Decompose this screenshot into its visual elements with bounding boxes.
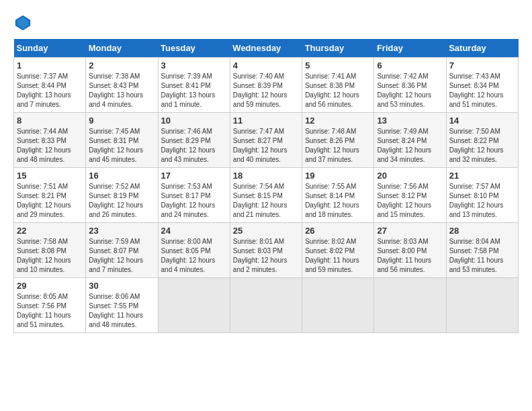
day-number: 6 xyxy=(377,60,443,71)
day-number: 20 xyxy=(377,171,443,181)
day-info: Sunrise: 7:46 AM Sunset: 8:29 PM Dayligh… xyxy=(161,127,227,165)
day-number: 2 xyxy=(89,60,154,71)
calendar-header-row: SundayMondayTuesdayWednesdayThursdayFrid… xyxy=(14,39,519,58)
calendar-cell: 25Sunrise: 8:01 AM Sunset: 8:03 PM Dayli… xyxy=(230,223,302,278)
day-info: Sunrise: 7:50 AM Sunset: 8:22 PM Dayligh… xyxy=(449,127,515,165)
calendar-cell xyxy=(446,278,518,333)
logo-icon xyxy=(13,13,32,32)
column-header-monday: Monday xyxy=(86,39,158,58)
day-number: 7 xyxy=(449,60,515,71)
calendar-cell: 12Sunrise: 7:48 AM Sunset: 8:26 PM Dayli… xyxy=(302,113,374,168)
calendar-week-5: 29Sunrise: 8:05 AM Sunset: 7:56 PM Dayli… xyxy=(14,278,519,333)
day-number: 5 xyxy=(305,60,371,71)
calendar-cell: 30Sunrise: 8:06 AM Sunset: 7:55 PM Dayli… xyxy=(86,278,158,333)
calendar-cell: 15Sunrise: 7:51 AM Sunset: 8:21 PM Dayli… xyxy=(14,168,86,223)
calendar-cell: 16Sunrise: 7:52 AM Sunset: 8:19 PM Dayli… xyxy=(86,168,158,223)
day-info: Sunrise: 7:59 AM Sunset: 8:07 PM Dayligh… xyxy=(89,237,154,275)
calendar-week-4: 22Sunrise: 7:58 AM Sunset: 8:08 PM Dayli… xyxy=(14,223,519,278)
calendar-week-1: 1Sunrise: 7:37 AM Sunset: 8:44 PM Daylig… xyxy=(14,58,519,113)
calendar-cell: 27Sunrise: 8:03 AM Sunset: 8:00 PM Dayli… xyxy=(374,223,446,278)
day-number: 19 xyxy=(305,171,371,181)
day-number: 15 xyxy=(17,171,83,181)
column-header-tuesday: Tuesday xyxy=(158,39,230,58)
calendar-cell: 3Sunrise: 7:39 AM Sunset: 8:41 PM Daylig… xyxy=(158,58,230,113)
day-info: Sunrise: 7:57 AM Sunset: 8:10 PM Dayligh… xyxy=(449,182,515,220)
day-number: 4 xyxy=(233,60,299,71)
calendar-cell: 23Sunrise: 7:59 AM Sunset: 8:07 PM Dayli… xyxy=(86,223,158,278)
day-number: 27 xyxy=(377,226,443,236)
day-info: Sunrise: 7:42 AM Sunset: 8:36 PM Dayligh… xyxy=(377,72,443,109)
page-header xyxy=(13,13,519,32)
day-info: Sunrise: 8:02 AM Sunset: 8:02 PM Dayligh… xyxy=(305,237,371,275)
day-info: Sunrise: 7:39 AM Sunset: 8:41 PM Dayligh… xyxy=(161,72,227,109)
day-number: 17 xyxy=(161,171,227,181)
day-info: Sunrise: 7:52 AM Sunset: 8:19 PM Dayligh… xyxy=(89,182,154,220)
calendar-cell: 6Sunrise: 7:42 AM Sunset: 8:36 PM Daylig… xyxy=(374,58,446,113)
day-number: 8 xyxy=(17,116,83,126)
calendar-week-2: 8Sunrise: 7:44 AM Sunset: 8:33 PM Daylig… xyxy=(14,113,519,168)
day-number: 12 xyxy=(305,116,371,126)
calendar-cell: 4Sunrise: 7:40 AM Sunset: 8:39 PM Daylig… xyxy=(230,58,302,113)
day-info: Sunrise: 7:58 AM Sunset: 8:08 PM Dayligh… xyxy=(17,237,83,275)
calendar-cell: 21Sunrise: 7:57 AM Sunset: 8:10 PM Dayli… xyxy=(446,168,518,223)
calendar-cell: 11Sunrise: 7:47 AM Sunset: 8:27 PM Dayli… xyxy=(230,113,302,168)
day-info: Sunrise: 7:49 AM Sunset: 8:24 PM Dayligh… xyxy=(377,127,443,165)
day-info: Sunrise: 8:04 AM Sunset: 7:58 PM Dayligh… xyxy=(449,237,515,275)
column-header-wednesday: Wednesday xyxy=(230,39,302,58)
day-info: Sunrise: 7:55 AM Sunset: 8:14 PM Dayligh… xyxy=(305,182,371,220)
day-number: 26 xyxy=(305,226,371,236)
day-number: 16 xyxy=(89,171,154,181)
day-number: 11 xyxy=(233,116,299,126)
day-info: Sunrise: 7:48 AM Sunset: 8:26 PM Dayligh… xyxy=(305,127,371,165)
day-info: Sunrise: 7:56 AM Sunset: 8:12 PM Dayligh… xyxy=(377,182,443,220)
day-info: Sunrise: 7:51 AM Sunset: 8:21 PM Dayligh… xyxy=(17,182,83,220)
day-number: 28 xyxy=(449,226,515,236)
column-header-friday: Friday xyxy=(374,39,446,58)
calendar-table: SundayMondayTuesdayWednesdayThursdayFrid… xyxy=(13,39,519,333)
day-number: 14 xyxy=(449,116,515,126)
calendar-cell xyxy=(374,278,446,333)
day-number: 9 xyxy=(89,116,154,126)
calendar-cell: 7Sunrise: 7:43 AM Sunset: 8:34 PM Daylig… xyxy=(446,58,518,113)
calendar-cell xyxy=(158,278,230,333)
column-header-sunday: Sunday xyxy=(14,39,86,58)
calendar-cell: 18Sunrise: 7:54 AM Sunset: 8:15 PM Dayli… xyxy=(230,168,302,223)
calendar-cell: 10Sunrise: 7:46 AM Sunset: 8:29 PM Dayli… xyxy=(158,113,230,168)
column-header-saturday: Saturday xyxy=(446,39,518,58)
day-info: Sunrise: 7:44 AM Sunset: 8:33 PM Dayligh… xyxy=(17,127,83,165)
day-info: Sunrise: 7:53 AM Sunset: 8:17 PM Dayligh… xyxy=(161,182,227,220)
day-number: 13 xyxy=(377,116,443,126)
day-number: 24 xyxy=(161,226,227,236)
day-number: 3 xyxy=(161,60,227,71)
day-number: 29 xyxy=(17,281,83,291)
day-info: Sunrise: 7:54 AM Sunset: 8:15 PM Dayligh… xyxy=(233,182,299,220)
day-number: 21 xyxy=(449,171,515,181)
day-info: Sunrise: 8:06 AM Sunset: 7:55 PM Dayligh… xyxy=(89,292,154,330)
day-info: Sunrise: 7:37 AM Sunset: 8:44 PM Dayligh… xyxy=(17,72,83,109)
day-info: Sunrise: 7:41 AM Sunset: 8:38 PM Dayligh… xyxy=(305,72,371,109)
calendar-cell: 5Sunrise: 7:41 AM Sunset: 8:38 PM Daylig… xyxy=(302,58,374,113)
calendar-cell: 8Sunrise: 7:44 AM Sunset: 8:33 PM Daylig… xyxy=(14,113,86,168)
day-number: 25 xyxy=(233,226,299,236)
calendar-cell: 24Sunrise: 8:00 AM Sunset: 8:05 PM Dayli… xyxy=(158,223,230,278)
calendar-cell: 22Sunrise: 7:58 AM Sunset: 8:08 PM Dayli… xyxy=(14,223,86,278)
calendar-cell: 2Sunrise: 7:38 AM Sunset: 8:43 PM Daylig… xyxy=(86,58,158,113)
day-info: Sunrise: 7:40 AM Sunset: 8:39 PM Dayligh… xyxy=(233,72,299,109)
day-number: 1 xyxy=(17,60,83,71)
day-number: 30 xyxy=(89,281,154,291)
day-info: Sunrise: 8:05 AM Sunset: 7:56 PM Dayligh… xyxy=(17,292,83,330)
day-info: Sunrise: 7:43 AM Sunset: 8:34 PM Dayligh… xyxy=(449,72,515,109)
calendar-cell: 9Sunrise: 7:45 AM Sunset: 8:31 PM Daylig… xyxy=(86,113,158,168)
calendar-cell: 13Sunrise: 7:49 AM Sunset: 8:24 PM Dayli… xyxy=(374,113,446,168)
day-info: Sunrise: 8:01 AM Sunset: 8:03 PM Dayligh… xyxy=(233,237,299,275)
day-number: 22 xyxy=(17,226,83,236)
column-header-thursday: Thursday xyxy=(302,39,374,58)
day-info: Sunrise: 8:03 AM Sunset: 8:00 PM Dayligh… xyxy=(377,237,443,275)
day-info: Sunrise: 7:45 AM Sunset: 8:31 PM Dayligh… xyxy=(89,127,154,165)
calendar-cell: 28Sunrise: 8:04 AM Sunset: 7:58 PM Dayli… xyxy=(446,223,518,278)
logo xyxy=(13,13,35,32)
calendar-week-3: 15Sunrise: 7:51 AM Sunset: 8:21 PM Dayli… xyxy=(14,168,519,223)
day-info: Sunrise: 8:00 AM Sunset: 8:05 PM Dayligh… xyxy=(161,237,227,275)
day-number: 18 xyxy=(233,171,299,181)
calendar-cell xyxy=(302,278,374,333)
